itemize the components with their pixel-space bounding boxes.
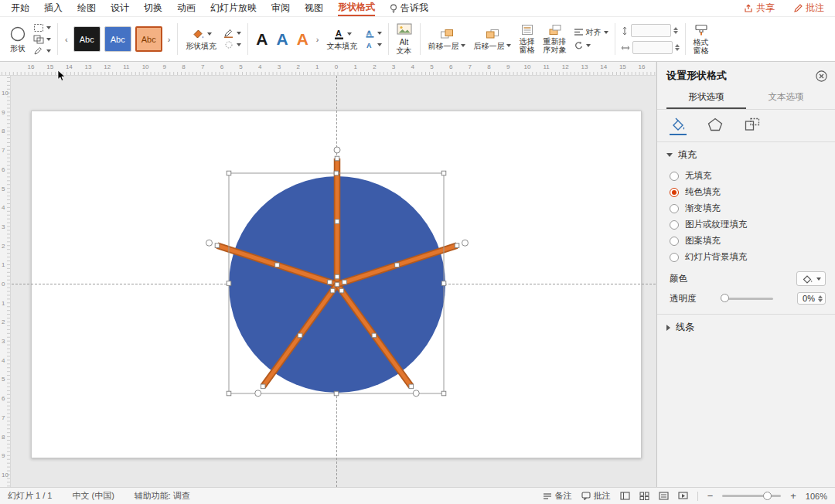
accessibility-status[interactable]: 辅助功能: 调查 [135,490,190,502]
line-section-header[interactable]: 线条 [657,314,835,340]
wordart-gallery-next[interactable]: › [315,35,321,44]
horizontal-ruler[interactable]: 1615141312111098765432101234567891011121… [0,62,656,76]
fill-option-none[interactable]: 无填充 [657,168,835,184]
merge-shapes-button[interactable] [32,35,52,44]
shape-fill-button[interactable]: 形状填充 [183,27,219,51]
menu-item-insert[interactable]: 插入 [44,2,63,15]
align-button[interactable]: 对齐 [573,28,609,36]
slideshow-view-button[interactable] [678,492,688,500]
selection-handle[interactable] [334,391,339,396]
comments-toggle-button[interactable]: 批注 [581,490,611,502]
selection-handle[interactable] [455,243,459,248]
style-gallery-next[interactable]: › [166,35,172,44]
selection-handle[interactable] [343,280,347,284]
menu-item-shape-format[interactable]: 形状格式 [338,1,375,16]
zoom-slider-thumb[interactable] [763,492,772,500]
selection-handle[interactable] [328,280,332,284]
selection-pane-button[interactable]: 选择窗格 [517,23,537,55]
menu-item-home[interactable]: 开始 [11,2,29,15]
transparency-value-box[interactable]: 0% [797,292,826,305]
slide[interactable] [31,111,642,458]
zoom-slider[interactable] [722,495,781,497]
normal-view-button[interactable] [620,492,630,500]
rotate-button[interactable] [573,41,609,50]
share-button[interactable]: 共享 [744,2,775,15]
text-effects-button[interactable]: A [364,40,383,49]
menu-item-tell-me[interactable]: 告诉我 [390,2,428,15]
selection-handle[interactable] [330,288,335,293]
selection-handle[interactable] [335,156,339,161]
style-preset-blue[interactable]: Abc [104,26,131,52]
style-preset-orange-selected[interactable]: Abc [135,26,162,52]
selection-handle[interactable] [409,384,414,389]
format-pane-button[interactable]: 格式窗格 [691,23,711,56]
selection-handle[interactable] [334,171,339,175]
menu-item-view[interactable]: 视图 [305,2,323,15]
notes-button[interactable]: 备注 [543,490,572,502]
rotate-handle[interactable] [462,240,468,246]
fill-option-pattern[interactable]: 图案填充 [657,233,835,249]
slide-counter[interactable]: 幻灯片 1 / 1 [8,490,52,502]
height-stepper[interactable] [673,27,678,34]
zoom-out-button[interactable]: − [707,490,714,502]
fill-option-background[interactable]: 幻灯片背景填充 [657,249,835,265]
selection-handle[interactable] [227,281,231,286]
draw-pen-button[interactable] [32,46,52,56]
menu-item-slideshow[interactable]: 幻灯片放映 [210,2,257,15]
menu-item-review[interactable]: 审阅 [271,2,290,15]
selection-handle[interactable] [441,281,446,286]
rotate-handle[interactable] [255,390,261,397]
text-fill-button[interactable]: A 文本填充 [325,28,360,51]
send-backward-button[interactable]: 后移一层 [472,28,513,51]
effects-icon-tab[interactable] [707,117,724,135]
shape-effects-button[interactable] [223,40,242,49]
selection-handle[interactable] [372,333,377,338]
style-gallery-prev[interactable]: ‹ [63,35,70,44]
zoom-level[interactable]: 106% [806,492,827,501]
wordart-preset-orange[interactable]: A [295,30,311,49]
selection-handle[interactable] [335,220,339,224]
width-input[interactable] [632,41,673,54]
selection-handle[interactable] [275,263,280,267]
wordart-preset-black[interactable]: A [254,30,270,49]
selection-handle[interactable] [227,171,231,175]
edit-shape-button[interactable] [32,23,52,32]
text-outline-button[interactable]: A [364,29,383,38]
canvas-area[interactable]: 10987654321012345678910 [0,76,656,487]
width-stepper[interactable] [675,44,680,51]
style-preset-black[interactable]: Abc [73,26,101,52]
tab-shape-options[interactable]: 形状选项 [666,87,746,109]
fill-line-icon-tab[interactable] [670,117,687,135]
size-properties-icon-tab[interactable] [744,117,761,135]
fill-option-solid[interactable]: 纯色填充 [657,184,835,200]
slide-sorter-view-button[interactable] [639,492,649,500]
insert-shape-button[interactable]: 形状 [7,25,29,53]
menu-item-animations[interactable]: 动画 [177,2,196,15]
tab-text-options[interactable]: 文本选项 [746,87,826,109]
menu-item-transitions[interactable]: 切换 [144,2,162,15]
selection-handle[interactable] [227,391,231,396]
menu-item-draw[interactable]: 绘图 [77,2,96,15]
close-icon[interactable] [816,70,827,82]
reading-view-button[interactable] [659,492,669,500]
transparency-stepper[interactable] [818,295,823,302]
rotate-handle[interactable] [206,240,213,246]
shape-outline-button[interactable] [223,29,242,38]
slider-thumb[interactable] [721,294,729,302]
selection-handle[interactable] [339,288,344,293]
rotate-handle[interactable] [334,147,340,153]
selection-handle[interactable] [441,171,446,175]
menu-item-design[interactable]: 设计 [111,2,129,15]
language-indicator[interactable]: 中文 (中国) [72,490,114,502]
selection-handle[interactable] [395,263,400,267]
vertical-ruler[interactable]: 10987654321012345678910 [0,76,11,487]
transparency-slider[interactable] [721,298,773,300]
bring-forward-button[interactable]: 前移一层 [426,28,468,51]
zoom-in-button[interactable]: + [790,490,796,502]
fill-option-picture[interactable]: 图片或纹理填充 [657,216,835,233]
comments-button[interactable]: 批注 [793,2,824,15]
selection-handle[interactable] [335,274,339,279]
selection-handle[interactable] [298,333,302,338]
fill-option-gradient[interactable]: 渐变填充 [657,200,835,216]
reorder-objects-button[interactable]: 重新排序对象 [541,23,569,55]
